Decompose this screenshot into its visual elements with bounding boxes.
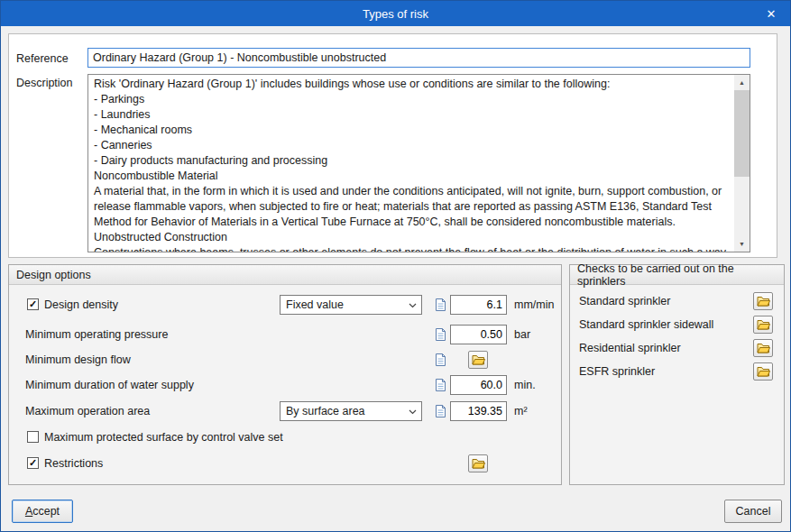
open-folder-icon[interactable] — [468, 454, 488, 472]
notes-icon[interactable] — [433, 353, 447, 367]
cancel-button[interactable]: Cancel — [724, 500, 782, 523]
dialog-title: Types of risk — [363, 7, 428, 21]
min-pressure-row: Minimum operating pressure bar — [9, 325, 561, 344]
min-flow-row: Minimum design flow — [9, 350, 561, 370]
description-scrollbar[interactable]: ▲ ▼ — [734, 75, 750, 252]
max-area-input[interactable] — [450, 401, 507, 421]
check-row-esfr: ESFR sprinkler — [570, 362, 784, 381]
design-density-label: Design density — [44, 298, 118, 311]
design-options-group: Design options ✓ Design density Fixed va… — [8, 264, 562, 485]
max-protected-row: Maximum protected surface by control val… — [9, 427, 561, 447]
open-folder-icon[interactable] — [753, 292, 773, 310]
min-duration-input[interactable] — [450, 375, 507, 395]
max-area-dropdown[interactable]: By surface area — [280, 401, 422, 421]
max-protected-checkbox[interactable] — [27, 431, 39, 443]
sprinkler-checks-title: Checks to be carried out on the sprinkle… — [570, 265, 784, 285]
max-area-label: Maximum operation area — [25, 405, 150, 417]
close-icon[interactable]: ✕ — [752, 1, 790, 26]
design-density-row: ✓ Design density Fixed value mm/min — [9, 295, 561, 315]
dialog-types-of-risk: Types of risk ✕ Reference Description Ri… — [0, 0, 791, 532]
notes-icon[interactable] — [433, 327, 447, 342]
notes-icon[interactable] — [433, 378, 447, 392]
restrictions-checkbox[interactable]: ✓ — [27, 457, 39, 469]
chevron-down-icon — [409, 303, 417, 308]
restrictions-row: ✓ Restrictions — [9, 454, 561, 473]
max-protected-label: Maximum protected surface by control val… — [44, 431, 283, 444]
description-textarea[interactable]: Risk 'Ordinary Hazard (Group 1)' include… — [87, 74, 750, 252]
open-folder-icon[interactable] — [753, 316, 773, 334]
design-density-dropdown[interactable]: Fixed value — [280, 295, 422, 315]
check-label: Standard sprinkler — [579, 295, 670, 307]
min-duration-row: Minimum duration of water supply min. — [9, 375, 561, 395]
restrictions-label: Restrictions — [44, 457, 103, 470]
risk-info-panel: Reference Description Risk 'Ordinary Haz… — [8, 33, 777, 258]
min-pressure-unit: bar — [514, 328, 530, 341]
description-label: Description — [16, 77, 73, 89]
scroll-up-icon[interactable]: ▲ — [734, 75, 750, 90]
min-pressure-label: Minimum operating pressure — [25, 328, 168, 341]
design-density-checkbox[interactable]: ✓ — [27, 298, 39, 310]
check-row-sidewall: Standard sprinkler sidewall — [570, 315, 784, 335]
design-density-dropdown-value: Fixed value — [286, 298, 344, 311]
check-label: Standard sprinkler sidewall — [579, 318, 713, 331]
design-density-unit: mm/min — [514, 298, 554, 311]
design-options-title: Design options — [9, 265, 561, 285]
accept-button[interactable]: Accept — [12, 500, 73, 523]
scroll-down-icon[interactable]: ▼ — [734, 236, 750, 252]
check-label: ESFR sprinkler — [579, 365, 655, 378]
accept-accelerator: A — [25, 505, 32, 518]
max-area-row: Maximum operation area By surface area m… — [9, 401, 561, 421]
min-pressure-input[interactable] — [450, 325, 507, 344]
titlebar[interactable]: Types of risk ✕ — [1, 1, 790, 26]
min-duration-unit: min. — [514, 379, 536, 391]
sprinkler-checks-group: Checks to be carried out on the sprinkle… — [569, 264, 785, 485]
accept-label-rest: ccept — [32, 505, 60, 518]
max-area-dropdown-value: By surface area — [286, 405, 365, 417]
reference-label: Reference — [16, 52, 69, 65]
notes-icon[interactable] — [433, 404, 447, 418]
check-label: Residential sprinkler — [579, 342, 681, 354]
notes-icon[interactable] — [433, 298, 447, 312]
design-density-input[interactable] — [450, 295, 507, 315]
check-row-standard: Standard sprinkler — [570, 291, 784, 311]
min-duration-label: Minimum duration of water supply — [25, 379, 194, 391]
open-folder-icon[interactable] — [753, 362, 773, 381]
open-folder-icon[interactable] — [468, 351, 488, 369]
check-row-residential: Residential sprinkler — [570, 338, 784, 358]
min-flow-label: Minimum design flow — [25, 353, 131, 366]
chevron-down-icon — [409, 409, 417, 415]
open-folder-icon[interactable] — [753, 339, 773, 357]
description-text: Risk 'Ordinary Hazard (Group 1)' include… — [88, 75, 734, 252]
reference-input[interactable] — [87, 48, 750, 68]
max-area-unit: m² — [514, 405, 528, 417]
scrollbar-thumb[interactable] — [734, 90, 750, 177]
